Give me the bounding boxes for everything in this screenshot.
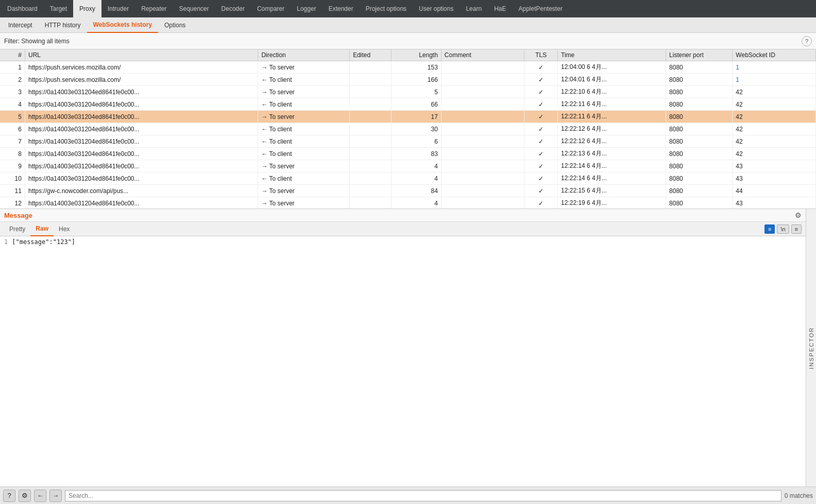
message-content: 1["message":"123"] <box>0 236 806 486</box>
filter-bar[interactable]: Filter: Showing all items ? <box>0 33 816 49</box>
col-header-listener-port[interactable]: Listener port <box>666 49 733 61</box>
table-row[interactable]: 9https://0a14003e031204ed8641fe0c00...→ … <box>0 160 816 172</box>
table-cell: → To server <box>258 185 350 197</box>
cell-port: 8080 <box>666 135 733 148</box>
tab-pretty[interactable]: Pretty <box>4 222 30 236</box>
nav-applet-pentester[interactable]: AppletPentester <box>512 0 568 18</box>
table-cell: ← To client <box>258 172 350 185</box>
table-cell: 153 <box>391 61 441 74</box>
table-row[interactable]: 12https://0a14003e031204ed8641fe0c00...→… <box>0 197 816 210</box>
settings-button[interactable]: ⚙ <box>19 490 31 502</box>
websocket-id-link[interactable]: 1 <box>736 64 739 71</box>
nav-user-options[interactable]: User options <box>413 0 460 18</box>
line-number: 1 <box>4 238 8 246</box>
col-header-comment[interactable]: Comment <box>441 49 524 61</box>
table-cell: 4 <box>391 172 441 185</box>
nav-learn[interactable]: Learn <box>460 0 488 18</box>
col-header-edited[interactable]: Edited <box>350 49 392 61</box>
inspector-sidebar[interactable]: INSPECTOR <box>806 209 816 486</box>
table-row[interactable]: 6https://0a14003e031204ed8641fe0c00...← … <box>0 123 816 135</box>
table-cell <box>350 86 392 98</box>
table-row[interactable]: 7https://0a14003e031204ed8641fe0c00...← … <box>0 135 816 148</box>
cell-port: 8080 <box>666 111 733 123</box>
nav-proxy[interactable]: Proxy <box>73 0 101 18</box>
nav-sequencer[interactable]: Sequencer <box>173 0 215 18</box>
table-cell: 4 <box>391 160 441 172</box>
cell-wsid: 42 <box>733 135 816 148</box>
col-header-length[interactable]: Length <box>391 49 441 61</box>
table-cell: 12:22:12 6 4月... <box>558 135 666 148</box>
table-cell: 84 <box>391 185 441 197</box>
newline-button[interactable]: \n <box>777 224 789 234</box>
word-wrap-button[interactable]: ≡ <box>764 224 775 234</box>
table-cell: ✓ <box>524 160 558 172</box>
nav-project-options[interactable]: Project options <box>360 0 413 18</box>
table-cell: ← To client <box>258 74 350 86</box>
table-cell: https://0a14003e031204ed8641fe0c00... <box>25 86 258 98</box>
help-button[interactable]: ? <box>3 490 15 502</box>
table-row[interactable]: 1https://push.services.mozilla.com/→ To … <box>0 61 816 74</box>
col-header-direction[interactable]: Direction <box>258 49 350 61</box>
websocket-id-link[interactable]: 1 <box>736 76 739 83</box>
forward-button[interactable]: → <box>49 490 62 502</box>
table-row[interactable]: 11https://gw-c.nowcoder.com/api/pus...→ … <box>0 185 816 197</box>
nav-hae[interactable]: HaE <box>488 0 512 18</box>
table-row[interactable]: 4https://0a14003e031204ed8641fe0c00...← … <box>0 98 816 111</box>
table-cell: ✓ <box>524 148 558 160</box>
table-row[interactable]: 2https://push.services.mozilla.com/← To … <box>0 74 816 86</box>
message-tabs: Pretty Raw Hex ≡ \n ≡ <box>0 222 806 236</box>
table-cell <box>441 86 524 98</box>
tab-http-history[interactable]: HTTP history <box>39 18 87 33</box>
table-cell <box>441 160 524 172</box>
nav-target[interactable]: Target <box>44 0 73 18</box>
tab-options[interactable]: Options <box>158 18 192 33</box>
nav-repeater[interactable]: Repeater <box>135 0 173 18</box>
table-row[interactable]: 5https://0a14003e031204ed8641fe0c00...→ … <box>0 111 816 123</box>
nav-comparer[interactable]: Comparer <box>251 0 291 18</box>
table-cell: ✓ <box>524 135 558 148</box>
table-cell <box>350 135 392 148</box>
back-button[interactable]: ← <box>34 490 46 502</box>
nav-dashboard[interactable]: Dashboard <box>1 0 44 18</box>
table-cell: ← To client <box>258 98 350 111</box>
table-row[interactable]: 3https://0a14003e031204ed8641fe0c00...→ … <box>0 86 816 98</box>
left-content: Message ⚙ Pretty Raw Hex ≡ \n ≡ 1["messa… <box>0 209 806 486</box>
cell-wsid: 42 <box>733 111 816 123</box>
tab-raw[interactable]: Raw <box>30 222 54 236</box>
cell-port: 8080 <box>666 86 733 98</box>
nav-intruder[interactable]: Intruder <box>101 0 135 18</box>
table-cell: → To server <box>258 61 350 74</box>
col-header-time[interactable]: Time <box>558 49 666 61</box>
col-header-url[interactable]: URL <box>25 49 258 61</box>
table-row[interactable]: 8https://0a14003e031204ed8641fe0c00...← … <box>0 148 816 160</box>
table-cell: ✓ <box>524 86 558 98</box>
table-cell: ✓ <box>524 185 558 197</box>
list-button[interactable]: ≡ <box>791 224 802 234</box>
message-settings-icon[interactable]: ⚙ <box>795 211 802 219</box>
col-header-websocket-id[interactable]: WebSocket ID <box>733 49 816 61</box>
cell-wsid: 42 <box>733 123 816 135</box>
col-header-tls[interactable]: TLS <box>524 49 558 61</box>
filter-help-button[interactable]: ? <box>802 36 812 46</box>
table-cell: 9 <box>0 160 25 172</box>
cell-port: 8080 <box>666 148 733 160</box>
col-header-num[interactable]: # <box>0 49 25 61</box>
tab-intercept[interactable]: Intercept <box>2 18 39 33</box>
search-input[interactable] <box>65 490 781 501</box>
table-cell: 12:22:14 6 4月... <box>558 160 666 172</box>
table-header-row: # URL Direction Edited Length Comment TL… <box>0 49 816 61</box>
bottom-bar: ? ⚙ ← → 0 matches <box>0 486 816 504</box>
table-cell: ✓ <box>524 123 558 135</box>
nav-decoder[interactable]: Decoder <box>215 0 251 18</box>
tab-websockets-history[interactable]: WebSockets history <box>87 18 158 33</box>
table-cell <box>350 74 392 86</box>
top-nav: Dashboard Target Proxy Intruder Repeater… <box>0 0 816 18</box>
table-cell <box>350 148 392 160</box>
table-row[interactable]: 10https://0a14003e031204ed8641fe0c00...←… <box>0 172 816 185</box>
table-cell: 4 <box>0 98 25 111</box>
table-cell <box>441 98 524 111</box>
tab-hex[interactable]: Hex <box>54 222 75 236</box>
nav-logger[interactable]: Logger <box>291 0 322 18</box>
table-cell: 166 <box>391 74 441 86</box>
nav-extender[interactable]: Extender <box>322 0 360 18</box>
